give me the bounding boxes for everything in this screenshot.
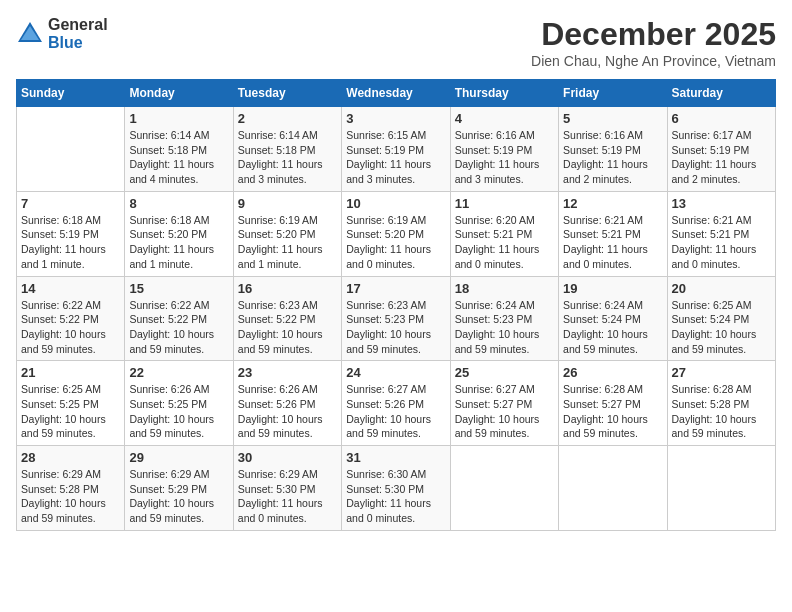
calendar-day-cell: 25Sunrise: 6:27 AMSunset: 5:27 PMDayligh… [450, 361, 558, 446]
calendar-day-cell: 22Sunrise: 6:26 AMSunset: 5:25 PMDayligh… [125, 361, 233, 446]
day-number: 10 [346, 196, 445, 211]
calendar-day-cell: 21Sunrise: 6:25 AMSunset: 5:25 PMDayligh… [17, 361, 125, 446]
calendar-day-cell: 20Sunrise: 6:25 AMSunset: 5:24 PMDayligh… [667, 276, 775, 361]
calendar-day-cell: 13Sunrise: 6:21 AMSunset: 5:21 PMDayligh… [667, 191, 775, 276]
day-info: Sunrise: 6:19 AMSunset: 5:20 PMDaylight:… [238, 213, 337, 272]
page-header: General Blue December 2025 Dien Chau, Ng… [16, 16, 776, 69]
day-number: 17 [346, 281, 445, 296]
day-info: Sunrise: 6:24 AMSunset: 5:24 PMDaylight:… [563, 298, 662, 357]
day-info: Sunrise: 6:29 AMSunset: 5:28 PMDaylight:… [21, 467, 120, 526]
calendar-day-cell [559, 446, 667, 531]
calendar-day-cell: 7Sunrise: 6:18 AMSunset: 5:19 PMDaylight… [17, 191, 125, 276]
calendar-day-cell: 16Sunrise: 6:23 AMSunset: 5:22 PMDayligh… [233, 276, 341, 361]
day-info: Sunrise: 6:14 AMSunset: 5:18 PMDaylight:… [129, 128, 228, 187]
day-info: Sunrise: 6:28 AMSunset: 5:27 PMDaylight:… [563, 382, 662, 441]
calendar-day-cell: 15Sunrise: 6:22 AMSunset: 5:22 PMDayligh… [125, 276, 233, 361]
day-info: Sunrise: 6:27 AMSunset: 5:27 PMDaylight:… [455, 382, 554, 441]
day-info: Sunrise: 6:29 AMSunset: 5:29 PMDaylight:… [129, 467, 228, 526]
calendar-day-cell: 23Sunrise: 6:26 AMSunset: 5:26 PMDayligh… [233, 361, 341, 446]
day-number: 12 [563, 196, 662, 211]
weekday-header: Monday [125, 80, 233, 107]
day-number: 23 [238, 365, 337, 380]
day-number: 15 [129, 281, 228, 296]
day-number: 16 [238, 281, 337, 296]
calendar-day-cell: 5Sunrise: 6:16 AMSunset: 5:19 PMDaylight… [559, 107, 667, 192]
day-number: 19 [563, 281, 662, 296]
calendar-day-cell: 19Sunrise: 6:24 AMSunset: 5:24 PMDayligh… [559, 276, 667, 361]
day-number: 6 [672, 111, 771, 126]
day-number: 29 [129, 450, 228, 465]
day-info: Sunrise: 6:19 AMSunset: 5:20 PMDaylight:… [346, 213, 445, 272]
calendar-day-cell: 1Sunrise: 6:14 AMSunset: 5:18 PMDaylight… [125, 107, 233, 192]
day-info: Sunrise: 6:20 AMSunset: 5:21 PMDaylight:… [455, 213, 554, 272]
day-number: 20 [672, 281, 771, 296]
weekday-header: Wednesday [342, 80, 450, 107]
calendar-day-cell: 11Sunrise: 6:20 AMSunset: 5:21 PMDayligh… [450, 191, 558, 276]
calendar-day-cell: 18Sunrise: 6:24 AMSunset: 5:23 PMDayligh… [450, 276, 558, 361]
day-number: 31 [346, 450, 445, 465]
logo-general-label: General [48, 16, 108, 34]
calendar-header-row: SundayMondayTuesdayWednesdayThursdayFrid… [17, 80, 776, 107]
day-info: Sunrise: 6:25 AMSunset: 5:25 PMDaylight:… [21, 382, 120, 441]
day-info: Sunrise: 6:23 AMSunset: 5:23 PMDaylight:… [346, 298, 445, 357]
day-info: Sunrise: 6:21 AMSunset: 5:21 PMDaylight:… [672, 213, 771, 272]
calendar-day-cell: 17Sunrise: 6:23 AMSunset: 5:23 PMDayligh… [342, 276, 450, 361]
calendar-day-cell [667, 446, 775, 531]
day-number: 14 [21, 281, 120, 296]
day-info: Sunrise: 6:18 AMSunset: 5:20 PMDaylight:… [129, 213, 228, 272]
weekday-header: Tuesday [233, 80, 341, 107]
calendar-week-row: 1Sunrise: 6:14 AMSunset: 5:18 PMDaylight… [17, 107, 776, 192]
calendar-week-row: 28Sunrise: 6:29 AMSunset: 5:28 PMDayligh… [17, 446, 776, 531]
day-number: 3 [346, 111, 445, 126]
day-info: Sunrise: 6:16 AMSunset: 5:19 PMDaylight:… [563, 128, 662, 187]
weekday-header: Friday [559, 80, 667, 107]
calendar-day-cell: 8Sunrise: 6:18 AMSunset: 5:20 PMDaylight… [125, 191, 233, 276]
day-info: Sunrise: 6:25 AMSunset: 5:24 PMDaylight:… [672, 298, 771, 357]
calendar-day-cell: 31Sunrise: 6:30 AMSunset: 5:30 PMDayligh… [342, 446, 450, 531]
calendar-week-row: 21Sunrise: 6:25 AMSunset: 5:25 PMDayligh… [17, 361, 776, 446]
month-title: December 2025 [531, 16, 776, 53]
calendar-week-row: 14Sunrise: 6:22 AMSunset: 5:22 PMDayligh… [17, 276, 776, 361]
logo-icon [16, 20, 44, 48]
day-info: Sunrise: 6:30 AMSunset: 5:30 PMDaylight:… [346, 467, 445, 526]
day-info: Sunrise: 6:28 AMSunset: 5:28 PMDaylight:… [672, 382, 771, 441]
day-number: 18 [455, 281, 554, 296]
day-number: 11 [455, 196, 554, 211]
day-number: 27 [672, 365, 771, 380]
day-number: 1 [129, 111, 228, 126]
day-info: Sunrise: 6:22 AMSunset: 5:22 PMDaylight:… [129, 298, 228, 357]
calendar-day-cell: 6Sunrise: 6:17 AMSunset: 5:19 PMDaylight… [667, 107, 775, 192]
calendar-day-cell: 12Sunrise: 6:21 AMSunset: 5:21 PMDayligh… [559, 191, 667, 276]
calendar-day-cell: 4Sunrise: 6:16 AMSunset: 5:19 PMDaylight… [450, 107, 558, 192]
day-number: 26 [563, 365, 662, 380]
weekday-header: Saturday [667, 80, 775, 107]
day-number: 2 [238, 111, 337, 126]
day-info: Sunrise: 6:18 AMSunset: 5:19 PMDaylight:… [21, 213, 120, 272]
day-info: Sunrise: 6:22 AMSunset: 5:22 PMDaylight:… [21, 298, 120, 357]
calendar-day-cell [17, 107, 125, 192]
day-info: Sunrise: 6:24 AMSunset: 5:23 PMDaylight:… [455, 298, 554, 357]
logo-blue-label: Blue [48, 34, 108, 52]
calendar-day-cell: 3Sunrise: 6:15 AMSunset: 5:19 PMDaylight… [342, 107, 450, 192]
logo-text: General Blue [48, 16, 108, 51]
weekday-header: Thursday [450, 80, 558, 107]
day-number: 13 [672, 196, 771, 211]
calendar-week-row: 7Sunrise: 6:18 AMSunset: 5:19 PMDaylight… [17, 191, 776, 276]
day-info: Sunrise: 6:17 AMSunset: 5:19 PMDaylight:… [672, 128, 771, 187]
day-info: Sunrise: 6:16 AMSunset: 5:19 PMDaylight:… [455, 128, 554, 187]
day-info: Sunrise: 6:26 AMSunset: 5:25 PMDaylight:… [129, 382, 228, 441]
day-info: Sunrise: 6:27 AMSunset: 5:26 PMDaylight:… [346, 382, 445, 441]
day-info: Sunrise: 6:14 AMSunset: 5:18 PMDaylight:… [238, 128, 337, 187]
calendar-day-cell: 30Sunrise: 6:29 AMSunset: 5:30 PMDayligh… [233, 446, 341, 531]
day-info: Sunrise: 6:15 AMSunset: 5:19 PMDaylight:… [346, 128, 445, 187]
logo: General Blue [16, 16, 108, 51]
day-number: 7 [21, 196, 120, 211]
day-number: 25 [455, 365, 554, 380]
day-number: 24 [346, 365, 445, 380]
day-number: 8 [129, 196, 228, 211]
day-number: 9 [238, 196, 337, 211]
day-info: Sunrise: 6:23 AMSunset: 5:22 PMDaylight:… [238, 298, 337, 357]
day-number: 21 [21, 365, 120, 380]
calendar-day-cell: 29Sunrise: 6:29 AMSunset: 5:29 PMDayligh… [125, 446, 233, 531]
calendar-day-cell: 10Sunrise: 6:19 AMSunset: 5:20 PMDayligh… [342, 191, 450, 276]
